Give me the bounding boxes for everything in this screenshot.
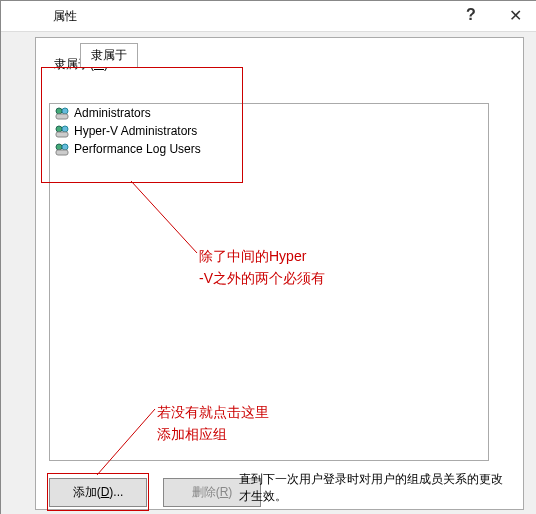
- list-item[interactable]: Administrators: [50, 104, 488, 122]
- group-icon: [54, 141, 70, 157]
- close-button[interactable]: ✕: [493, 1, 536, 29]
- add-button[interactable]: 添加(D)...: [49, 478, 147, 507]
- list-item[interactable]: Performance Log Users: [50, 140, 488, 158]
- group-icon: [54, 105, 70, 121]
- hint-text: 直到下一次用户登录时对用户的组成员关系的更改才生效。: [239, 471, 509, 505]
- properties-dialog: 属性 ? ✕ 常规 隶属于 配置文件 隶属于(M): Administrator…: [0, 0, 536, 514]
- svg-point-1: [62, 108, 68, 114]
- window-title: 属性: [53, 8, 77, 25]
- svg-point-7: [62, 144, 68, 150]
- svg-rect-5: [56, 132, 68, 137]
- group-name: Administrators: [74, 106, 151, 120]
- list-item[interactable]: Hyper-V Administrators: [50, 122, 488, 140]
- button-row: 添加(D)... 删除(R): [49, 478, 261, 507]
- groups-listbox[interactable]: Administrators Hyper-V Administrators Pe…: [49, 103, 489, 461]
- svg-point-4: [62, 126, 68, 132]
- tabstrip: 常规 隶属于 配置文件 隶属于(M):: [1, 32, 536, 68]
- svg-point-0: [56, 108, 62, 114]
- window-buttons: ? ✕: [449, 1, 536, 29]
- svg-rect-2: [56, 114, 68, 119]
- tab-memberof[interactable]: 隶属于: [80, 43, 138, 68]
- svg-rect-8: [56, 150, 68, 155]
- group-name: Performance Log Users: [74, 142, 201, 156]
- svg-point-6: [56, 144, 62, 150]
- group-name: Hyper-V Administrators: [74, 124, 197, 138]
- group-icon: [54, 123, 70, 139]
- help-button[interactable]: ?: [449, 1, 493, 29]
- svg-point-3: [56, 126, 62, 132]
